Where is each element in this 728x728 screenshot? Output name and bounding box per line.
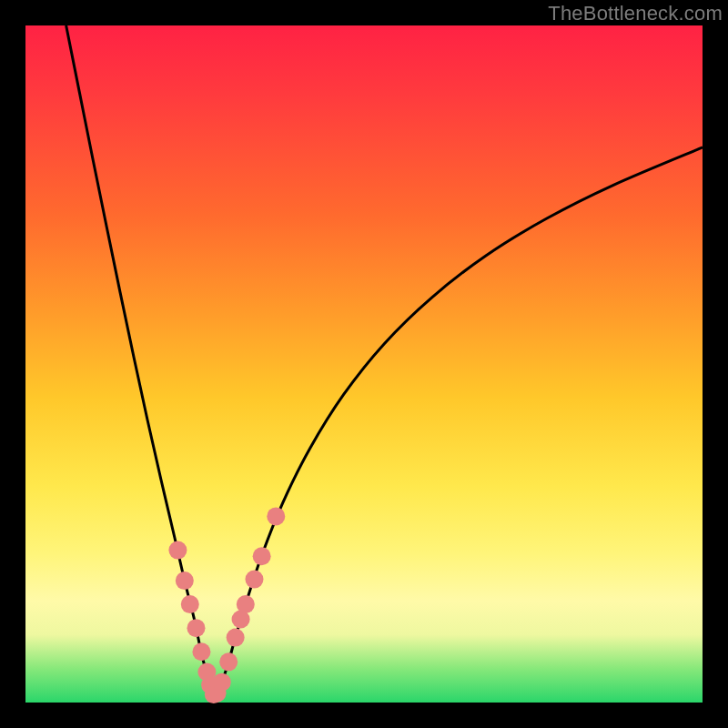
data-marker xyxy=(187,619,205,637)
chart-container: TheBottleneck.com xyxy=(0,0,728,728)
data-marker xyxy=(219,652,238,671)
watermark-text: TheBottleneck.com xyxy=(548,2,723,25)
data-marker xyxy=(237,595,255,613)
data-marker xyxy=(181,595,199,613)
data-marker xyxy=(267,507,285,525)
data-marker xyxy=(176,571,194,590)
curve-layer xyxy=(25,25,703,703)
data-marker xyxy=(168,541,187,560)
data-marker xyxy=(192,642,210,661)
data-marker xyxy=(227,629,245,647)
data-marker xyxy=(253,547,271,565)
data-marker xyxy=(213,673,231,692)
data-marker xyxy=(245,571,263,589)
left-branch-curve xyxy=(66,25,214,694)
plot-area xyxy=(25,25,703,703)
right-branch-curve xyxy=(217,147,703,694)
